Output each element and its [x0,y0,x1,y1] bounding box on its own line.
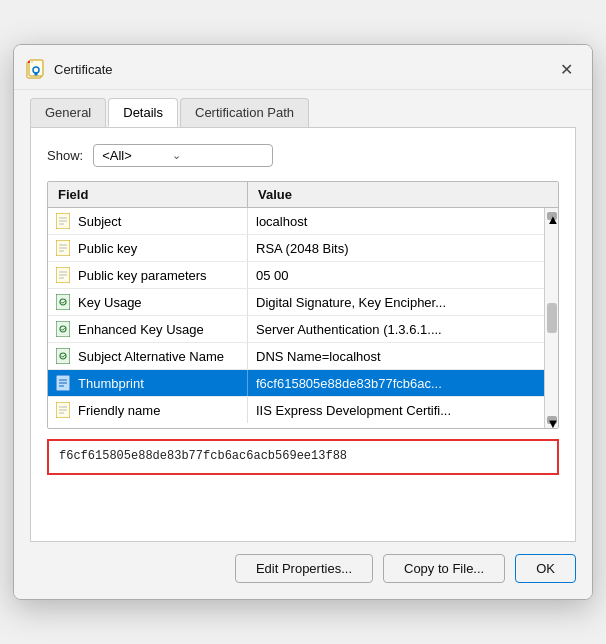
show-label: Show: [47,148,83,163]
table-row[interactable]: Public key parameters 05 00 [48,262,544,289]
show-row: Show: <All> ⌄ [47,144,559,167]
svg-rect-22 [56,348,70,364]
value-cell: Digital Signature, Key Encipher... [248,289,544,315]
doc-icon [56,267,72,283]
cert-green-icon [56,348,72,364]
field-cell: Key Usage [48,289,248,315]
tab-general[interactable]: General [30,98,106,127]
table-row[interactable]: Friendly name IIS Express Development Ce… [48,397,544,423]
value-cell: f6cf615805e88de83b77fcb6ac... [248,370,544,396]
field-cell: Subject Alternative Name [48,343,248,369]
show-value: <All> [102,148,132,163]
ok-button[interactable]: OK [515,554,576,583]
edit-properties-button[interactable]: Edit Properties... [235,554,373,583]
table-row[interactable]: Key Usage Digital Signature, Key Enciphe… [48,289,544,316]
scrollbar[interactable]: ▲ ▼ [544,208,558,428]
empty-space [47,485,559,525]
tab-certification-path[interactable]: Certification Path [180,98,309,127]
field-cell: Public key [48,235,248,261]
value-cell: localhost [248,208,544,234]
table-row[interactable]: Public key RSA (2048 Bits) [48,235,544,262]
copy-to-file-button[interactable]: Copy to File... [383,554,505,583]
tab-bar: General Details Certification Path [14,90,592,127]
table-row[interactable]: Enhanced Key Usage Server Authentication… [48,316,544,343]
cert-green-icon [56,321,72,337]
value-cell: 05 00 [248,262,544,288]
title-bar: Certificate ✕ [14,45,592,90]
show-dropdown[interactable]: <All> ⌄ [93,144,273,167]
table-row[interactable]: Thumbprint f6cf615805e88de83b77fcb6ac... [48,370,544,397]
dialog-title: Certificate [54,62,544,77]
svg-rect-5 [35,73,38,76]
field-cell: Thumbprint [48,370,248,396]
close-button[interactable]: ✕ [552,55,580,83]
field-cell: Subject [48,208,248,234]
cert-green-icon [56,294,72,310]
value-cell: Server Authentication (1.3.6.1.... [248,316,544,342]
table-row[interactable]: Subject Alternative Name DNS Name=localh… [48,343,544,370]
table-row[interactable]: Subject localhost [48,208,544,235]
field-header: Field [48,182,248,207]
dialog-footer: Edit Properties... Copy to File... OK [14,542,592,599]
svg-rect-2 [28,61,30,63]
table-header: Field Value [48,182,558,208]
doc-icon [56,402,72,418]
doc-icon [56,240,72,256]
svg-rect-20 [56,321,70,337]
doc-icon [56,213,72,229]
certificate-table: Field Value Subject localhost [47,181,559,429]
cert-blue-icon [56,375,72,391]
field-cell: Public key parameters [48,262,248,288]
tab-content: Show: <All> ⌄ Field Value [30,128,576,542]
thumbprint-text: f6cf615805e88de83b77fcb6ac6acb569ee13f88 [59,449,347,463]
value-header: Value [248,182,558,207]
svg-rect-18 [56,294,70,310]
table-body: Subject localhost Public key RSA (2048 B… [48,208,544,428]
thumbprint-value-box: f6cf615805e88de83b77fcb6ac6acb569ee13f88 [47,439,559,475]
field-cell: Enhanced Key Usage [48,316,248,342]
value-cell: DNS Name=localhost [248,343,544,369]
chevron-down-icon: ⌄ [172,149,181,162]
value-cell: IIS Express Development Certifi... [248,397,544,423]
dialog-icon [26,59,46,79]
value-cell: RSA (2048 Bits) [248,235,544,261]
svg-rect-3 [31,61,33,63]
certificate-dialog: Certificate ✕ General Details Certificat… [13,44,593,600]
field-cell: Friendly name [48,397,248,423]
tab-details[interactable]: Details [108,98,178,127]
